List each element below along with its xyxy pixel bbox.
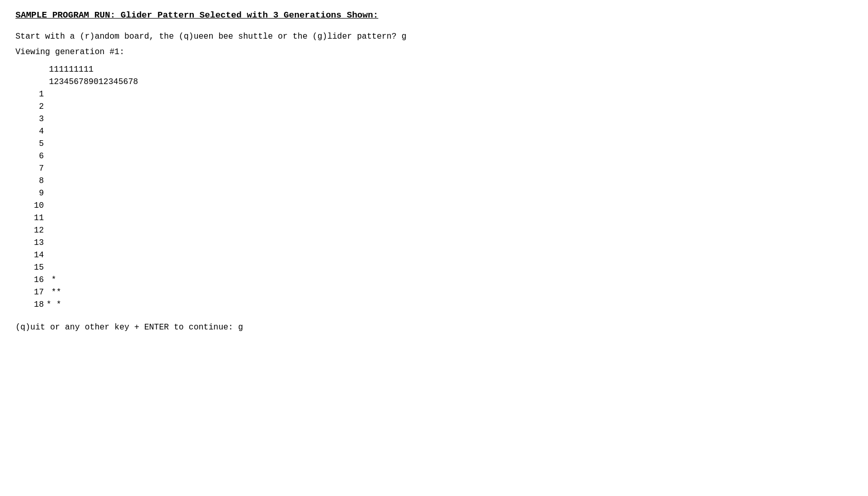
row-number: 3 — [21, 113, 46, 125]
table-row: 9 — [21, 187, 853, 200]
row-number: 15 — [21, 261, 46, 274]
row-number: 11 — [21, 212, 46, 224]
table-row: 13 — [21, 237, 853, 249]
table-row: 12 — [21, 224, 853, 237]
table-row: 6 — [21, 150, 853, 162]
table-row: 1 — [21, 88, 853, 101]
table-row: 4 — [21, 125, 853, 138]
row-number: 9 — [21, 187, 46, 200]
row-number: 2 — [21, 101, 46, 113]
row-number: 14 — [21, 249, 46, 261]
table-row: 2 — [21, 101, 853, 113]
table-row: 3 — [21, 113, 853, 125]
row-number: 10 — [21, 200, 46, 212]
column-header-2: 123456789012345678 — [49, 76, 853, 88]
row-content: ** — [46, 286, 61, 299]
table-row: 8 — [21, 175, 853, 187]
row-number: 13 — [21, 237, 46, 249]
table-row: 11 — [21, 212, 853, 224]
prompt-line-1: Start with a (r)andom board, the (q)ueen… — [15, 30, 853, 43]
row-number: 5 — [21, 138, 46, 150]
row-number: 12 — [21, 224, 46, 237]
grid-section: 111111111 123456789012345678 12345678910… — [21, 63, 853, 311]
grid-rows: 12345678910111213141516 *17 **18* * — [21, 88, 853, 311]
row-number: 6 — [21, 150, 46, 162]
row-number: 17 — [21, 286, 46, 299]
row-number: 4 — [21, 125, 46, 138]
table-row: 5 — [21, 138, 853, 150]
row-number: 1 — [21, 88, 46, 101]
table-row: 15 — [21, 261, 853, 274]
prompt-line-2: Viewing generation #1: — [15, 46, 853, 58]
row-content: * — [46, 274, 56, 286]
program-title: SAMPLE PROGRAM RUN: Glider Pattern Selec… — [15, 10, 853, 20]
row-number: 16 — [21, 274, 46, 286]
row-number: 8 — [21, 175, 46, 187]
table-row: 14 — [21, 249, 853, 261]
row-number: 18 — [21, 299, 46, 311]
table-row: 17 ** — [21, 286, 853, 299]
table-row: 18* * — [21, 299, 853, 311]
row-content: * * — [46, 299, 61, 311]
bottom-prompt[interactable]: (q)uit or any other key + ENTER to conti… — [15, 321, 853, 334]
table-row: 10 — [21, 200, 853, 212]
table-row: 7 — [21, 162, 853, 175]
column-header-1: 111111111 — [49, 63, 853, 76]
row-number: 7 — [21, 162, 46, 175]
table-row: 16 * — [21, 274, 853, 286]
